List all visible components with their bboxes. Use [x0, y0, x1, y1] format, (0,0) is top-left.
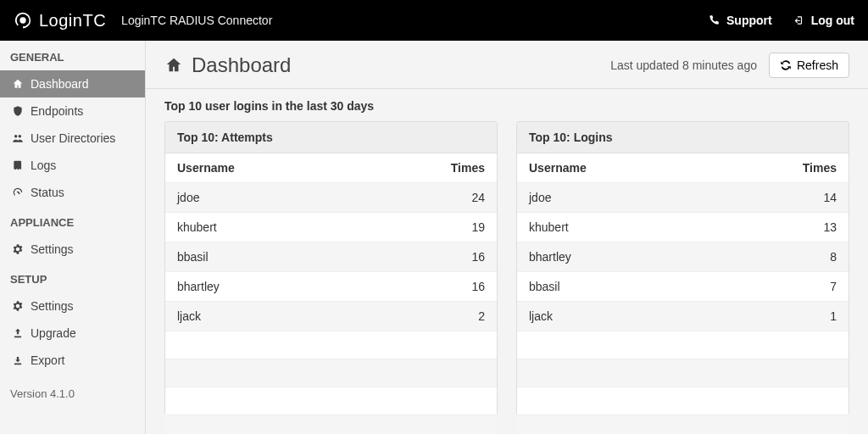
cell-times: 1	[781, 302, 849, 331]
sidebar-item-endpoints[interactable]: Endpoints	[0, 97, 145, 125]
logout-link[interactable]: Log out	[793, 14, 854, 27]
book-icon	[12, 159, 24, 171]
cell-times: 2	[429, 302, 497, 331]
cell-username: ljack	[517, 302, 781, 331]
last-updated: Last updated 8 minutes ago	[610, 58, 757, 72]
sidebar-item-label: Logs	[31, 159, 56, 172]
table-row	[517, 387, 849, 415]
panel-title: Top 10: Logins	[517, 122, 849, 153]
cell-times: 13	[781, 213, 849, 242]
cell-times	[781, 387, 849, 415]
download-icon	[12, 354, 24, 366]
support-link[interactable]: Support	[708, 14, 772, 27]
cell-username: jdoe	[165, 183, 429, 213]
cell-username: bhartley	[165, 272, 429, 302]
logout-label: Log out	[811, 14, 854, 27]
cell-username	[517, 387, 781, 415]
table-row	[517, 359, 849, 387]
col-times: Times	[429, 153, 497, 183]
page-title: Dashboard	[192, 53, 291, 77]
table-row: jdoe24	[165, 183, 497, 213]
cell-username: bbasil	[517, 272, 781, 302]
table-row: khubert19	[165, 213, 497, 242]
cell-username: ljack	[165, 302, 429, 331]
table-row	[165, 387, 497, 415]
cell-times: 16	[429, 272, 497, 302]
cell-times	[429, 331, 497, 359]
cell-username: khubert	[165, 213, 429, 242]
cell-username	[165, 331, 429, 359]
cell-times: 24	[429, 183, 497, 213]
sidebar-item-export[interactable]: Export	[0, 347, 145, 374]
table-row	[165, 359, 497, 387]
home-icon	[12, 78, 24, 90]
refresh-button[interactable]: Refresh	[769, 53, 849, 78]
cell-times: 14	[781, 183, 849, 213]
cell-times	[781, 331, 849, 359]
sidebar-item-label: Settings	[31, 242, 74, 256]
table-row	[165, 331, 497, 359]
table-row: bhartley16	[165, 272, 497, 302]
panel-1: Top 10: LoginsUsernameTimesjdoe14khubert…	[516, 121, 849, 415]
panel-title: Top 10: Attempts	[165, 122, 497, 153]
cell-times	[429, 359, 497, 387]
sidebar-item-label: Export	[31, 353, 64, 367]
sidebar-item-label: User Directories	[31, 131, 115, 145]
app-subtitle: LoginTC RADIUS Connector	[121, 14, 272, 27]
cell-username	[165, 359, 429, 387]
cell-username: khubert	[517, 213, 781, 242]
panels: Top 10: AttemptsUsernameTimesjdoe24khube…	[146, 121, 868, 434]
col-username: Username	[517, 153, 781, 183]
refresh-icon	[780, 59, 792, 71]
page-header: Dashboard Last updated 8 minutes ago Ref…	[146, 41, 868, 89]
table-row: ljack1	[517, 302, 849, 331]
sidebar-item-upgrade[interactable]: Upgrade	[0, 320, 145, 347]
table-row: khubert13	[517, 213, 849, 242]
cell-username	[517, 415, 781, 435]
table-row	[517, 415, 849, 435]
sidebar-item-label: Dashboard	[31, 77, 89, 91]
cell-times	[781, 415, 849, 435]
logout-icon	[793, 14, 804, 26]
table-row: bbasil16	[165, 242, 497, 272]
refresh-label: Refresh	[797, 58, 838, 72]
sidebar-item-user-directories[interactable]: User Directories	[0, 125, 145, 152]
shield-icon	[12, 105, 24, 117]
table-row: jdoe14	[517, 183, 849, 213]
panel-0: Top 10: AttemptsUsernameTimesjdoe24khube…	[164, 121, 498, 415]
cell-username	[517, 331, 781, 359]
brand: LoginTC	[14, 11, 106, 31]
sidebar-section-header: APPLIANCE	[0, 206, 145, 236]
table-row	[165, 415, 497, 435]
cell-username	[517, 359, 781, 387]
gears-icon	[12, 300, 24, 312]
page-title-wrap: Dashboard	[164, 53, 291, 77]
cell-username: bbasil	[165, 242, 429, 272]
upload-icon	[12, 327, 24, 339]
sidebar-item-label: Endpoints	[31, 104, 83, 118]
sidebar-item-dashboard[interactable]: Dashboard	[0, 70, 145, 97]
table-row: bbasil7	[517, 272, 849, 302]
brand-name: LoginTC	[39, 11, 106, 31]
gears-icon	[12, 243, 24, 255]
cell-username: bhartley	[517, 242, 781, 272]
topbar: LoginTC LoginTC RADIUS Connector Support…	[0, 0, 868, 41]
cell-username	[165, 415, 429, 435]
sidebar-item-label: Settings	[31, 299, 74, 313]
sidebar-item-status[interactable]: Status	[0, 179, 145, 206]
cell-username	[165, 387, 429, 415]
sidebar-item-logs[interactable]: Logs	[0, 152, 145, 179]
version-label: Version 4.1.0	[0, 374, 145, 414]
home-icon	[164, 56, 183, 75]
table-row	[517, 331, 849, 359]
table-row: ljack2	[165, 302, 497, 331]
support-label: Support	[726, 14, 772, 27]
sidebar-item-setup-settings[interactable]: Settings	[0, 292, 145, 320]
cell-times: 16	[429, 242, 497, 272]
sidebar-item-label: Upgrade	[31, 326, 76, 340]
table-row: bhartley8	[517, 242, 849, 272]
col-username: Username	[165, 153, 429, 183]
col-times: Times	[781, 153, 849, 183]
sidebar-item-appliance-settings[interactable]: Settings	[0, 236, 145, 263]
brand-logo-icon	[14, 11, 32, 30]
